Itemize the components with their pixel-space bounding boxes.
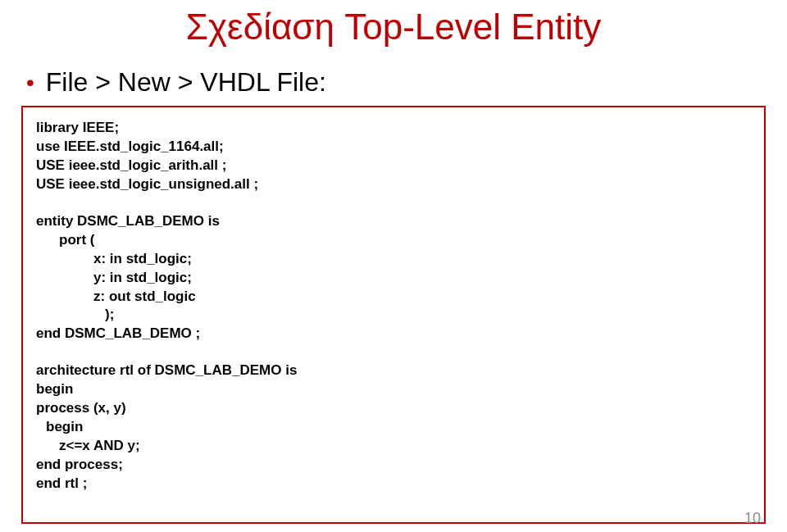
code-line: end process; [36,456,751,475]
code-line: x: in std_logic; [36,250,751,269]
code-line: begin [36,418,751,437]
slide-title: Σχεδίαση Top-Level Entity [98,7,689,48]
code-line: begin [36,380,751,399]
blank-line [36,343,751,361]
code-block: library IEEE; use IEEE.std_logic_1164.al… [21,106,766,524]
slide: Σχεδίαση Top-Level Entity • File > New >… [0,7,787,532]
code-line: use IEEE.std_logic_1164.all; [36,138,751,157]
code-line: entity DSMC_LAB_DEMO is [36,212,751,231]
code-line: process (x, y) [36,399,751,418]
code-line: z<=x AND y; [36,437,751,456]
code-line: y: in std_logic; [36,269,751,288]
bullet-icon: • [26,70,34,96]
code-line: end DSMC_LAB_DEMO ; [36,325,751,343]
bullet-text: File > New > VHDL File: [46,67,326,98]
bullet-item: • File > New > VHDL File: [26,67,787,98]
blank-line [36,194,751,212]
code-line: ); [36,306,751,325]
code-line: z: out std_logic [36,288,751,307]
code-line: end rtl ; [36,475,751,493]
code-line: USE ieee.std_logic_unsigned.all ; [36,175,751,194]
code-line: USE ieee.std_logic_arith.all ; [36,157,751,175]
page-number: 10 [744,510,761,527]
code-line: library IEEE; [36,119,751,138]
code-line: architecture rtl of DSMC_LAB_DEMO is [36,361,751,380]
code-line: port ( [36,231,751,250]
